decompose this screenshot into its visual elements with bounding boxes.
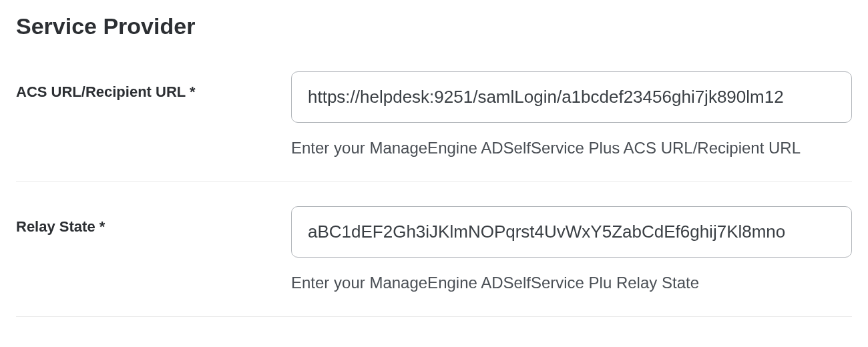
acs-url-input-col: Enter your ManageEngine ADSelfService Pl… xyxy=(291,71,852,157)
relay-state-label: Relay State * xyxy=(16,218,105,235)
acs-url-input[interactable] xyxy=(291,71,852,123)
acs-url-help-text: Enter your ManageEngine ADSelfService Pl… xyxy=(291,139,852,157)
acs-url-label-col: ACS URL/Recipient URL * xyxy=(16,71,291,101)
acs-url-label: ACS URL/Recipient URL * xyxy=(16,83,196,100)
relay-state-row: Relay State * Enter your ManageEngine AD… xyxy=(16,206,852,317)
relay-state-label-col: Relay State * xyxy=(16,206,291,236)
section-title: Service Provider xyxy=(16,13,852,39)
acs-url-row: ACS URL/Recipient URL * Enter your Manag… xyxy=(16,71,852,182)
relay-state-help-text: Enter your ManageEngine ADSelfService Pl… xyxy=(291,274,852,292)
relay-state-input-col: Enter your ManageEngine ADSelfService Pl… xyxy=(291,206,852,292)
relay-state-input[interactable] xyxy=(291,206,852,258)
